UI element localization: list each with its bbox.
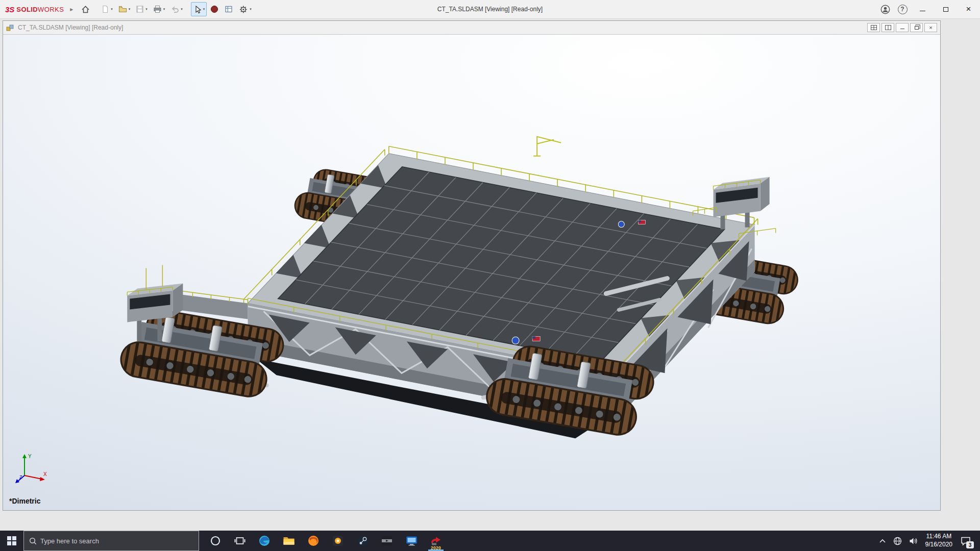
assembly-document-icon <box>6 24 15 32</box>
evaluate-grid-icon <box>224 5 233 14</box>
photos-icon <box>332 535 344 546</box>
network-button[interactable] <box>890 531 905 551</box>
hidden-icons-button[interactable] <box>875 531 890 551</box>
print-button[interactable]: ▾ <box>151 2 167 16</box>
split-view-button[interactable] <box>881 23 894 32</box>
chevron-up-icon <box>879 538 886 544</box>
file-explorer-button[interactable] <box>277 531 301 551</box>
volume-button[interactable] <box>905 531 921 551</box>
task-view-icon <box>234 536 246 545</box>
dropdown-caret-icon: ▾ <box>129 7 131 11</box>
triad-x-label: X <box>43 471 47 477</box>
taskbar-clock[interactable]: 11:46 AM 9/16/2020 <box>921 533 957 548</box>
firefox-icon <box>307 535 320 547</box>
viewport-layout-button[interactable] <box>867 23 880 32</box>
record-macro-icon <box>210 5 219 14</box>
media-player-icon <box>381 536 393 546</box>
action-center-button[interactable]: 3 <box>957 531 977 551</box>
media-player-button[interactable] <box>375 531 399 551</box>
crawler-model <box>117 137 801 440</box>
doc-close-button[interactable]: × <box>924 23 937 32</box>
document-titlebar[interactable]: CT_TA.SLDASM [Viewing] [Read-only] × <box>3 21 940 34</box>
doc-close-icon: × <box>929 25 932 31</box>
select-tool-button[interactable]: ▾ <box>191 2 207 16</box>
document-title: CT_TA.SLDASM [Viewing] [Read-only] <box>18 24 123 31</box>
view-orientation-label: *Dimetric <box>9 497 40 505</box>
firefox-button[interactable] <box>301 531 326 551</box>
open-button[interactable]: ▾ <box>116 2 133 16</box>
clock-time: 11:46 AM <box>925 533 952 541</box>
speaker-icon <box>909 537 918 545</box>
graphics-area[interactable]: Y X Z *Dimetric <box>3 34 940 510</box>
remote-desktop-button[interactable] <box>399 531 424 551</box>
options-button[interactable]: ▾ <box>236 2 254 16</box>
edge-icon <box>258 535 271 547</box>
maximize-icon <box>943 7 948 12</box>
save-button[interactable]: ▾ <box>133 2 150 16</box>
new-document-icon <box>101 5 110 14</box>
dropdown-caret-icon: ▾ <box>250 7 252 11</box>
four-pane-icon <box>871 25 877 30</box>
triad-z-label: Z <box>19 474 22 480</box>
task-view-button[interactable] <box>228 531 252 551</box>
open-icon <box>118 5 128 14</box>
edge-button[interactable] <box>252 531 277 551</box>
photos-button[interactable] <box>326 531 350 551</box>
dropdown-caret-icon: ▾ <box>163 7 165 11</box>
deck-crane <box>533 137 561 156</box>
doc-minimize-button[interactable] <box>896 23 909 32</box>
record-macro-button[interactable] <box>208 2 221 16</box>
model-canvas[interactable] <box>3 35 940 510</box>
maximize-button[interactable] <box>934 0 957 19</box>
dropdown-caret-icon: ▾ <box>203 7 205 11</box>
help-icon: ? <box>898 5 908 14</box>
account-icon <box>880 4 891 15</box>
home-button[interactable] <box>79 2 92 16</box>
windows-taskbar: 2020 11:46 AM 9/16/2020 3 <box>0 531 980 551</box>
app-titlebar: 3S SOLIDWORKS ▸ ▾ ▾ ▾ ▾ ▾ ▾ ▾ CT_TA.SLDA… <box>0 0 980 19</box>
dropdown-caret-icon: ▾ <box>145 7 148 11</box>
cortana-button[interactable] <box>203 531 228 551</box>
steam-icon <box>357 535 369 547</box>
clock-date: 9/16/2020 <box>925 541 952 549</box>
network-globe-icon <box>893 537 902 545</box>
crawler-deck <box>211 137 757 438</box>
dropdown-caret-icon: ▾ <box>181 7 183 11</box>
dropdown-caret-icon: ▾ <box>111 7 113 11</box>
two-pane-icon <box>885 25 891 30</box>
print-icon <box>153 5 162 14</box>
orientation-triad: Y X Z <box>14 452 49 486</box>
minimize-button[interactable] <box>911 0 934 19</box>
undo-button[interactable]: ▾ <box>168 2 185 16</box>
search-input[interactable] <box>40 537 193 545</box>
help-button[interactable]: ? <box>894 0 911 19</box>
select-cursor-icon <box>193 5 202 14</box>
steam-button[interactable] <box>350 531 375 551</box>
close-icon: × <box>966 4 971 14</box>
solidworks-taskbar-button[interactable]: 2020 <box>424 531 448 551</box>
close-button[interactable]: × <box>957 0 980 19</box>
account-button[interactable] <box>876 0 894 19</box>
solidworks-logo: 3S SOLIDWORKS <box>0 5 64 14</box>
start-button[interactable] <box>0 531 23 551</box>
ds-logo-icon: 3S <box>5 5 14 14</box>
evaluate-button[interactable] <box>222 2 235 16</box>
doc-minimize-icon <box>900 29 904 29</box>
notification-count-badge: 3 <box>966 541 974 548</box>
new-document-button[interactable]: ▾ <box>99 2 115 16</box>
document-window: CT_TA.SLDASM [Viewing] [Read-only] × <box>3 20 941 511</box>
solidworks-app-icon <box>430 535 442 546</box>
search-icon <box>29 537 36 545</box>
windows-logo-icon <box>7 536 16 545</box>
gear-icon <box>238 5 249 14</box>
doc-restore-button[interactable] <box>910 23 923 32</box>
undo-icon <box>170 5 180 14</box>
taskbar-search[interactable] <box>23 531 199 551</box>
brand-text: SOLIDWORKS <box>16 6 64 13</box>
minimize-icon <box>920 11 925 11</box>
triad-y-label: Y <box>28 454 32 459</box>
toolbar-expand-icon[interactable]: ▸ <box>70 6 73 13</box>
home-icon <box>81 5 90 14</box>
doc-restore-icon <box>915 26 919 30</box>
system-tray: 11:46 AM 9/16/2020 3 <box>875 531 980 551</box>
